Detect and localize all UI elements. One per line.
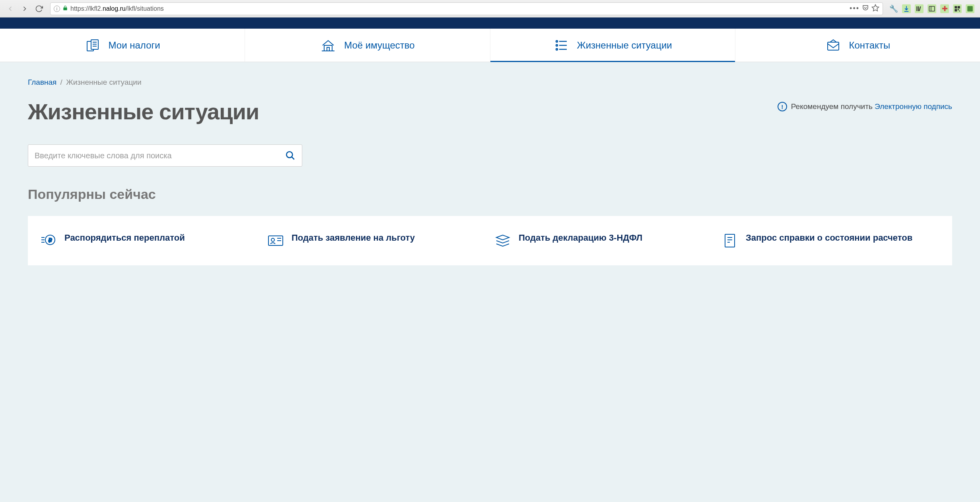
svg-rect-11 bbox=[967, 6, 973, 12]
card-title: Распорядиться переплатой bbox=[64, 232, 185, 244]
card-statement-request[interactable]: Запрос справки о состоянии расчетов bbox=[721, 232, 940, 249]
svg-marker-0 bbox=[872, 4, 879, 11]
app-icon[interactable] bbox=[966, 4, 974, 13]
info-circle-icon: ! bbox=[778, 102, 787, 111]
search-input[interactable] bbox=[35, 151, 285, 160]
taxes-icon bbox=[85, 37, 101, 53]
notice-text: Рекомендуем получить bbox=[791, 102, 875, 111]
card-overpayment[interactable]: ₽ Распорядиться переплатой bbox=[40, 232, 259, 249]
notice-banner: ! Рекомендуем получить Электронную подпи… bbox=[778, 102, 952, 111]
grid-icon[interactable] bbox=[953, 4, 962, 13]
envelope-icon bbox=[825, 37, 841, 53]
svg-rect-3 bbox=[919, 6, 921, 11]
tab-label: Жизненные ситуации bbox=[577, 40, 672, 51]
browser-toolbar: i https://lkfl2.nalog.ru/lkfl/situations… bbox=[0, 0, 980, 18]
svg-rect-7 bbox=[958, 6, 960, 8]
tab-my-taxes[interactable]: Мои налоги bbox=[0, 29, 245, 62]
reload-button[interactable] bbox=[33, 2, 45, 15]
search-icon[interactable] bbox=[285, 150, 296, 161]
content-area: Главная / Жизненные ситуации Жизненные с… bbox=[0, 62, 980, 502]
svg-rect-26 bbox=[828, 42, 839, 50]
svg-rect-10 bbox=[959, 10, 960, 11]
header-strip bbox=[0, 18, 980, 29]
svg-line-28 bbox=[292, 157, 294, 160]
card-title: Подать декларацию 3-НДФЛ bbox=[519, 232, 642, 244]
ruble-icon: ₽ bbox=[40, 232, 57, 249]
stack-icon bbox=[494, 232, 511, 249]
star-icon[interactable] bbox=[871, 4, 879, 14]
breadcrumb-sep: / bbox=[60, 78, 62, 86]
download-icon[interactable] bbox=[902, 4, 911, 13]
tab-label: Моё имущество bbox=[344, 40, 414, 51]
list-icon bbox=[553, 37, 569, 53]
svg-point-20 bbox=[556, 41, 558, 42]
svg-rect-17 bbox=[324, 45, 332, 51]
back-button[interactable] bbox=[4, 2, 17, 15]
more-icon[interactable]: ••• bbox=[850, 4, 859, 13]
breadcrumb-current: Жизненные ситуации bbox=[66, 78, 141, 86]
page-title: Жизненные ситуации bbox=[28, 99, 259, 125]
svg-rect-4 bbox=[929, 6, 935, 11]
svg-rect-9 bbox=[958, 9, 959, 10]
svg-point-27 bbox=[286, 152, 292, 158]
tab-life-situations[interactable]: Жизненные ситуации bbox=[490, 29, 735, 62]
document-icon bbox=[721, 232, 739, 249]
tab-label: Контакты bbox=[849, 40, 891, 51]
svg-rect-38 bbox=[725, 234, 735, 247]
pocket-icon[interactable] bbox=[862, 4, 869, 13]
notice-link[interactable]: Электронную подпись bbox=[875, 102, 952, 111]
svg-point-22 bbox=[556, 45, 558, 46]
svg-rect-18 bbox=[327, 47, 329, 51]
library-icon[interactable] bbox=[915, 4, 924, 13]
main-nav: Мои налоги Моё имущество Жизненные ситуа… bbox=[0, 29, 980, 62]
tab-label: Мои налоги bbox=[109, 40, 160, 51]
card-benefit-application[interactable]: Подать заявление на льготу bbox=[267, 232, 486, 249]
svg-rect-1 bbox=[916, 6, 917, 11]
lock-icon bbox=[62, 5, 68, 12]
url-text: https://lkfl2.nalog.ru/lkfl/situations bbox=[70, 5, 847, 12]
id-card-icon bbox=[267, 232, 284, 249]
svg-point-35 bbox=[271, 238, 274, 241]
tab-contacts[interactable]: Контакты bbox=[735, 29, 980, 62]
wrench-icon[interactable]: 🔧 bbox=[889, 4, 898, 13]
tab-my-property[interactable]: Моё имущество bbox=[245, 29, 490, 62]
forward-button[interactable] bbox=[18, 2, 31, 15]
breadcrumb: Главная / Жизненные ситуации bbox=[28, 78, 952, 87]
card-declaration[interactable]: Подать декларацию 3-НДФЛ bbox=[494, 232, 713, 249]
search-box bbox=[28, 144, 302, 167]
card-title: Подать заявление на льготу bbox=[292, 232, 415, 244]
sidebar-icon[interactable] bbox=[928, 4, 936, 13]
svg-rect-8 bbox=[955, 9, 957, 11]
svg-text:₽: ₽ bbox=[49, 237, 52, 243]
svg-rect-6 bbox=[955, 6, 957, 8]
popular-cards: ₽ Распорядиться переплатой Подать заявле… bbox=[28, 216, 952, 265]
toolbar-right-icons: 🔧 ✚ bbox=[888, 4, 976, 13]
house-icon bbox=[320, 37, 336, 53]
info-icon: i bbox=[54, 6, 60, 12]
svg-rect-2 bbox=[918, 6, 919, 11]
breadcrumb-home[interactable]: Главная bbox=[28, 78, 56, 86]
url-bar[interactable]: i https://lkfl2.nalog.ru/lkfl/situations… bbox=[50, 2, 883, 15]
section-title: Популярны сейчас bbox=[28, 187, 952, 202]
plus-icon[interactable]: ✚ bbox=[940, 4, 949, 13]
svg-point-24 bbox=[556, 49, 558, 50]
card-title: Запрос справки о состоянии расчетов bbox=[746, 232, 912, 244]
